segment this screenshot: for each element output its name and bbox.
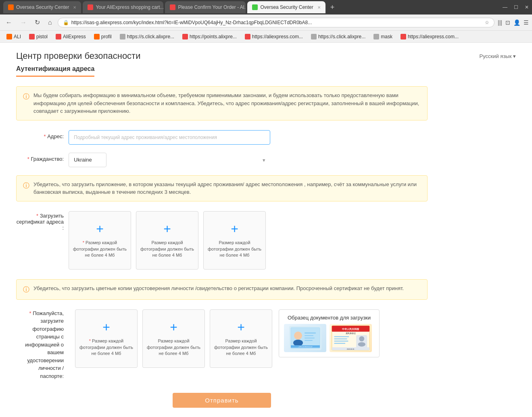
bookmark-pistol[interactable]: pistol [26,33,51,40]
svg-text:+305121990831547: +305121990831547 [298,346,313,348]
svg-rect-20 [334,340,348,341]
tab-confirm-order[interactable]: Please Confirm Your Order - Al... ✕ [165,1,246,13]
svg-rect-5 [305,335,313,336]
tab-label-1: Oversea Security Center [16,4,69,10]
section-title: Аутентификация адреса [16,65,428,86]
bookmark-ali[interactable]: ALI [3,33,24,40]
new-tab-button[interactable]: + [327,3,338,12]
address-upload-box-1[interactable]: + * Размер каждой фотографии должен быть… [69,211,131,270]
address-upload-label: * Загрузить сертификат адреса : [16,211,69,231]
bookmark-points[interactable]: https://points.alixpre... [179,33,240,40]
svg-text:2023.06.06: 2023.06.06 [347,348,354,350]
svg-point-16 [359,336,364,341]
bookmark-label-ali: ALI [14,34,21,39]
bookmark-label-mask: mask [381,34,392,39]
section-title-text: Аутентификация адреса [16,65,94,77]
info-box-2: ⓘ Убедитесь, что загрузить приложение, в… [16,175,428,201]
upload-hint-id-3: Размер каждой фотографии должен быть не … [210,338,272,357]
svg-rect-6 [305,338,315,338]
citizenship-row: * Гражданство: Ukraine Russia Belarus Ka… [16,153,428,167]
minimize-button[interactable]: — [503,4,507,10]
info-box-3: ⓘ Убедитесь, что загрузить цветные копии… [16,279,428,300]
bookmark-icon-sclick1 [120,34,125,39]
submit-button[interactable]: Отправить [173,393,271,408]
id-upload-label: * Пожалуйста, загрузите фотографию стран… [16,309,69,380]
submit-button-row: Отправить [16,393,428,417]
tab-favicon-3 [170,4,175,10]
tab-label-3: Please Confirm Your Order - Al... [178,4,246,10]
home-button[interactable]: ⌂ [46,17,54,28]
plus-icon-id-3: + [237,320,245,335]
id-upload-row: * Пожалуйста, загрузите фотографию стран… [16,309,428,380]
tab-favicon-2 [88,4,93,10]
info-icon-2: ⓘ [23,181,29,196]
address-label: * Адрес: [16,130,69,139]
address-upload-box-3[interactable]: + Размер каждой фотографии должен быть н… [203,211,266,270]
close-button[interactable]: ✕ [525,4,529,10]
bookmark-icon-mask [373,34,379,39]
bookmark-label-ali2: https://aliexpress.com... [252,34,303,39]
doc-sample-images: +305121990831547 中华人民共和国 [284,324,374,352]
address-input[interactable] [69,130,270,145]
bookmark-aliexpress[interactable]: AliExpress [52,33,89,40]
bookmark-icon-pistol [29,34,35,39]
chinese-id-svg: 中华人民共和国 居民身份证 [331,324,370,352]
tab-label-4: Oversea Security Center [260,4,313,10]
tab-oversea-2[interactable]: Oversea Security Center ✕ [247,1,325,13]
bookmark-icon-aliexpress [56,34,61,39]
bookmark-sclick2[interactable]: https://s.click.alixpre... [308,33,369,40]
tab-close-1[interactable]: ✕ [73,5,76,10]
star-icon[interactable]: ☆ [485,20,489,25]
bookmark-label-pistol: pistol [36,34,48,39]
upload-hint-id-2: Размер каждой фотографии должен быть не … [143,338,204,357]
citizenship-select-wrapper: Ukraine Russia Belarus Kazakhstan Other [69,153,270,167]
extensions-icon[interactable]: ||| [498,19,502,26]
tab-oversea-1[interactable]: Oversea Security Center ✕ [3,1,81,13]
bookmark-icon-points [182,34,188,39]
browser-titlebar: Oversea Security Center ✕ Your AliExpres… [0,0,532,15]
bookmark-ali3[interactable]: https://aliexpress.com... [397,33,462,40]
address-upload-row: * Загрузить сертификат адреса : + * Разм… [16,211,428,270]
upload-hint-id-1: * Размер каждой фотографии должен быть н… [75,338,137,357]
address-url: https://isas-g.aliexpress.com/kyc/index.… [71,20,482,25]
bookmark-ali2[interactable]: https://aliexpress.com... [242,33,306,40]
bookmarks-bar: ALI pistol AliExpress profil https://s.c… [0,31,532,43]
menu-icon[interactable]: ☰ [524,19,529,26]
bookmark-mask[interactable]: mask [370,33,396,40]
bookmark-profil[interactable]: profil [91,33,115,40]
bookmark-label-sclick2: https://s.click.alixpre... [318,34,365,39]
address-bar[interactable]: 🔒 https://isas-g.aliexpress.com/kyc/inde… [58,18,494,27]
id-upload-box-1[interactable]: + * Размер каждой фотографии должен быть… [75,309,138,368]
profile-icon[interactable]: 👤 [513,19,520,26]
tab-close-4[interactable]: ✕ [317,5,321,10]
id-upload-box-3[interactable]: + Размер каждой фотографии должен быть н… [210,309,272,368]
citizenship-select[interactable]: Ukraine Russia Belarus Kazakhstan Other [69,153,106,167]
back-button[interactable]: ← [3,17,15,28]
tabs-icon[interactable]: ⊡ [505,19,510,26]
id-upload-boxes: + * Размер каждой фотографии должен быть… [75,309,272,368]
id-upload-box-2[interactable]: + Размер каждой фотографии должен быть н… [142,309,205,368]
bookmark-sclick1[interactable]: https://s.click.alixpre... [117,33,177,40]
info-text-1: Мы будем собирать информацию в минимальн… [33,91,421,115]
bookmark-icon-sclick2 [311,34,317,39]
bookmark-icon-profil [94,34,100,39]
bookmark-label-ali3: https://aliexpress.com... [408,34,459,39]
bookmark-icon-ali2 [245,34,250,39]
tab-aliexpress-cart[interactable]: Your AliExpress shopping cart... ✕ [83,1,163,13]
bookmark-label-profil: profil [101,34,112,39]
plus-icon-3: + [231,222,238,237]
info-text-3: Убедитесь, что загрузить цветные копии у… [33,284,404,295]
doc-sample-person-id: +305121990831547 [284,324,326,352]
language-selector[interactable]: Русский язык ▾ [480,53,516,59]
lock-icon: 🔒 [63,20,69,25]
address-upload-box-2[interactable]: + Размер каждой фотографии должен быть н… [136,211,198,270]
maximize-button[interactable]: ☐ [514,4,518,10]
forward-button[interactable]: → [18,17,29,28]
address-row: * Адрес: [16,130,428,145]
doc-sample-chinese-id: 中华人民共和国 居民身份证 [330,324,372,352]
refresh-button[interactable]: ↻ [32,17,42,28]
svg-rect-4 [305,332,316,334]
toolbar-icons: ||| ⊡ 👤 ☰ [498,19,529,26]
doc-sample-title: Образец документов для загрузки [284,315,374,321]
doc-sample-box: Образец документов для загрузки [279,309,380,357]
